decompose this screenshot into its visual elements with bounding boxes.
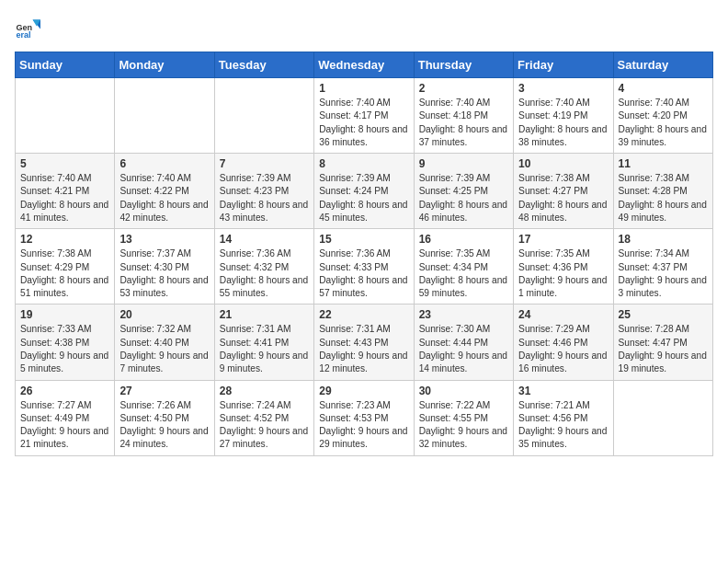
cell-content: Sunrise: 7:38 AM Sunset: 4:28 PM Dayligh… <box>619 172 708 224</box>
calendar-cell: 6Sunrise: 7:40 AM Sunset: 4:22 PM Daylig… <box>115 154 214 229</box>
cell-content: Sunrise: 7:21 AM Sunset: 4:56 PM Dayligh… <box>518 399 608 452</box>
day-number: 12 <box>20 233 109 246</box>
calendar-cell: 22Sunrise: 7:31 AM Sunset: 4:43 PM Dayli… <box>314 304 414 380</box>
calendar-cell: 7Sunrise: 7:39 AM Sunset: 4:23 PM Daylig… <box>214 154 313 229</box>
day-of-week-header: Friday <box>514 52 613 78</box>
day-of-week-header: Saturday <box>613 52 712 78</box>
day-number: 13 <box>119 233 209 246</box>
cell-content: Sunrise: 7:29 AM Sunset: 4:46 PM Dayligh… <box>518 323 608 375</box>
cell-content: Sunrise: 7:26 AM Sunset: 4:50 PM Dayligh… <box>119 399 209 452</box>
calendar-cell: 11Sunrise: 7:38 AM Sunset: 4:28 PM Dayli… <box>613 154 712 229</box>
calendar-cell: 3Sunrise: 7:40 AM Sunset: 4:19 PM Daylig… <box>514 78 613 154</box>
day-of-week-header: Sunday <box>16 52 115 78</box>
day-number: 14 <box>220 233 309 246</box>
day-number: 29 <box>319 385 408 397</box>
calendar-cell: 28Sunrise: 7:24 AM Sunset: 4:52 PM Dayli… <box>214 380 313 455</box>
calendar-cell: 10Sunrise: 7:38 AM Sunset: 4:27 PM Dayli… <box>514 154 613 229</box>
cell-content: Sunrise: 7:36 AM Sunset: 4:33 PM Dayligh… <box>319 247 408 300</box>
calendar-table: SundayMondayTuesdayWednesdayThursdayFrid… <box>15 52 713 456</box>
day-number: 31 <box>518 385 608 397</box>
page-header: Gen eral <box>15 15 713 40</box>
day-number: 24 <box>518 308 608 321</box>
day-number: 22 <box>319 308 408 321</box>
calendar-cell <box>16 78 115 154</box>
calendar-cell: 19Sunrise: 7:33 AM Sunset: 4:38 PM Dayli… <box>16 304 115 380</box>
day-number: 16 <box>419 233 508 246</box>
cell-content: Sunrise: 7:34 AM Sunset: 4:37 PM Dayligh… <box>619 247 708 300</box>
cell-content: Sunrise: 7:40 AM Sunset: 4:17 PM Dayligh… <box>319 97 408 149</box>
day-number: 27 <box>119 385 209 397</box>
calendar-cell: 17Sunrise: 7:35 AM Sunset: 4:36 PM Dayli… <box>514 229 613 304</box>
cell-content: Sunrise: 7:39 AM Sunset: 4:23 PM Dayligh… <box>220 172 309 224</box>
calendar-cell: 29Sunrise: 7:23 AM Sunset: 4:53 PM Dayli… <box>314 380 414 455</box>
calendar-cell: 24Sunrise: 7:29 AM Sunset: 4:46 PM Dayli… <box>514 304 613 380</box>
cell-content: Sunrise: 7:30 AM Sunset: 4:44 PM Dayligh… <box>419 323 508 375</box>
cell-content: Sunrise: 7:37 AM Sunset: 4:30 PM Dayligh… <box>119 247 209 300</box>
day-number: 25 <box>619 308 708 321</box>
calendar-cell: 16Sunrise: 7:35 AM Sunset: 4:34 PM Dayli… <box>414 229 513 304</box>
logo: Gen eral <box>15 15 44 40</box>
calendar-week-row: 5Sunrise: 7:40 AM Sunset: 4:21 PM Daylig… <box>16 154 713 229</box>
calendar-cell: 23Sunrise: 7:30 AM Sunset: 4:44 PM Dayli… <box>414 304 513 380</box>
cell-content: Sunrise: 7:40 AM Sunset: 4:21 PM Dayligh… <box>20 172 109 224</box>
cell-content: Sunrise: 7:33 AM Sunset: 4:38 PM Dayligh… <box>20 323 109 375</box>
day-number: 7 <box>220 157 309 170</box>
day-of-week-header: Thursday <box>414 52 513 78</box>
day-number: 8 <box>319 157 408 170</box>
day-number: 1 <box>319 82 408 95</box>
calendar-cell <box>115 78 214 154</box>
calendar-cell: 9Sunrise: 7:39 AM Sunset: 4:25 PM Daylig… <box>414 154 513 229</box>
calendar-cell: 15Sunrise: 7:36 AM Sunset: 4:33 PM Dayli… <box>314 229 414 304</box>
cell-content: Sunrise: 7:40 AM Sunset: 4:18 PM Dayligh… <box>419 97 508 149</box>
cell-content: Sunrise: 7:22 AM Sunset: 4:55 PM Dayligh… <box>419 399 508 452</box>
day-number: 26 <box>20 385 109 397</box>
calendar-cell: 14Sunrise: 7:36 AM Sunset: 4:32 PM Dayli… <box>214 229 313 304</box>
cell-content: Sunrise: 7:27 AM Sunset: 4:49 PM Dayligh… <box>20 399 109 452</box>
day-number: 9 <box>419 157 508 170</box>
calendar-cell: 30Sunrise: 7:22 AM Sunset: 4:55 PM Dayli… <box>414 380 513 455</box>
day-number: 15 <box>319 233 408 246</box>
calendar-week-row: 19Sunrise: 7:33 AM Sunset: 4:38 PM Dayli… <box>16 304 713 380</box>
calendar-cell <box>214 78 313 154</box>
calendar-cell: 20Sunrise: 7:32 AM Sunset: 4:40 PM Dayli… <box>115 304 214 380</box>
calendar-cell: 4Sunrise: 7:40 AM Sunset: 4:20 PM Daylig… <box>613 78 712 154</box>
cell-content: Sunrise: 7:36 AM Sunset: 4:32 PM Dayligh… <box>220 247 309 300</box>
day-number: 18 <box>619 233 708 246</box>
logo-icon: Gen eral <box>15 15 40 40</box>
cell-content: Sunrise: 7:31 AM Sunset: 4:43 PM Dayligh… <box>319 323 408 375</box>
calendar-week-row: 1Sunrise: 7:40 AM Sunset: 4:17 PM Daylig… <box>16 78 713 154</box>
svg-text:eral: eral <box>16 30 30 40</box>
cell-content: Sunrise: 7:39 AM Sunset: 4:25 PM Dayligh… <box>419 172 508 224</box>
calendar-cell: 13Sunrise: 7:37 AM Sunset: 4:30 PM Dayli… <box>115 229 214 304</box>
cell-content: Sunrise: 7:24 AM Sunset: 4:52 PM Dayligh… <box>220 399 309 452</box>
day-of-week-header: Wednesday <box>314 52 414 78</box>
calendar-cell: 1Sunrise: 7:40 AM Sunset: 4:17 PM Daylig… <box>314 78 414 154</box>
day-number: 3 <box>518 82 608 95</box>
calendar-cell: 8Sunrise: 7:39 AM Sunset: 4:24 PM Daylig… <box>314 154 414 229</box>
day-number: 30 <box>419 385 508 397</box>
day-number: 10 <box>518 157 608 170</box>
calendar-cell: 21Sunrise: 7:31 AM Sunset: 4:41 PM Dayli… <box>214 304 313 380</box>
cell-content: Sunrise: 7:32 AM Sunset: 4:40 PM Dayligh… <box>119 323 209 375</box>
calendar-cell: 2Sunrise: 7:40 AM Sunset: 4:18 PM Daylig… <box>414 78 513 154</box>
day-number: 11 <box>619 157 708 170</box>
cell-content: Sunrise: 7:38 AM Sunset: 4:29 PM Dayligh… <box>20 247 109 300</box>
day-number: 6 <box>119 157 209 170</box>
cell-content: Sunrise: 7:31 AM Sunset: 4:41 PM Dayligh… <box>220 323 309 375</box>
cell-content: Sunrise: 7:40 AM Sunset: 4:22 PM Dayligh… <box>119 172 209 224</box>
calendar-week-row: 26Sunrise: 7:27 AM Sunset: 4:49 PM Dayli… <box>16 380 713 455</box>
calendar-cell: 31Sunrise: 7:21 AM Sunset: 4:56 PM Dayli… <box>514 380 613 455</box>
cell-content: Sunrise: 7:40 AM Sunset: 4:20 PM Dayligh… <box>619 97 708 149</box>
calendar-cell: 25Sunrise: 7:28 AM Sunset: 4:47 PM Dayli… <box>613 304 712 380</box>
day-number: 21 <box>220 308 309 321</box>
day-number: 19 <box>20 308 109 321</box>
calendar-cell: 27Sunrise: 7:26 AM Sunset: 4:50 PM Dayli… <box>115 380 214 455</box>
day-of-week-header: Monday <box>115 52 214 78</box>
day-number: 23 <box>419 308 508 321</box>
day-number: 17 <box>518 233 608 246</box>
cell-content: Sunrise: 7:35 AM Sunset: 4:36 PM Dayligh… <box>518 247 608 300</box>
day-number: 5 <box>20 157 109 170</box>
day-number: 28 <box>220 385 309 397</box>
cell-content: Sunrise: 7:39 AM Sunset: 4:24 PM Dayligh… <box>319 172 408 224</box>
calendar-cell <box>613 380 712 455</box>
